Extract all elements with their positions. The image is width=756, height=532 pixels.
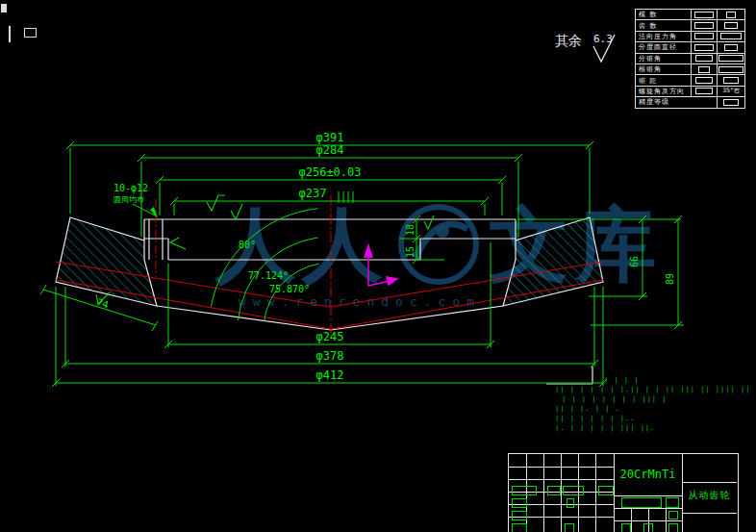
corner-mark (1, 4, 7, 13)
dim-phi237: φ237 (299, 187, 327, 200)
cad-viewport[interactable]: 人人 文库 www.renrendoc.com (0, 0, 756, 532)
param-row-pitch-cone-angle: 分锥角 (636, 54, 744, 64)
param-row-accuracy-grade: 精度等级 (636, 97, 744, 107)
dim-phi412: φ412 (316, 368, 344, 382)
dim-89: 89 (665, 273, 675, 285)
note-line: | | | | | | | | ||| | (562, 395, 668, 403)
roughness-icon (424, 215, 434, 229)
roughness-icon (170, 238, 186, 249)
dim-66: 66 (629, 256, 640, 267)
material-label: 20CrMnTi (614, 468, 682, 481)
note-line: |. | | | | | ||| ||. (555, 424, 655, 432)
leader-arrowhead (150, 207, 158, 218)
gear-parameter-table: 模 数 齿 数 法向压力角 分度圆直径 分锥角 根锥角 (635, 9, 745, 109)
param-row-spiral-angle: 螺旋角及方向 35°右 (636, 87, 744, 97)
ucs-icon (365, 245, 397, 286)
surface-note-label: 其余 (555, 33, 582, 50)
dim-angle-80: 80° (239, 240, 256, 250)
param-row-pitch-diameter: 分度圆直径 (636, 42, 744, 53)
param-row-module: 模 数 (636, 10, 744, 20)
dim-phi391: φ391 (316, 131, 344, 144)
surface-finish-note: 其余 6.3 (555, 33, 624, 63)
roughness-icon (231, 204, 242, 219)
dim-angle-77: 77.124° (248, 270, 289, 281)
dim-74: 74 (95, 296, 110, 310)
roughness-icon (207, 195, 225, 211)
param-row-teeth: 齿 数 (636, 20, 744, 31)
dim-15: 15 (405, 246, 416, 258)
note-line: || | |. | | . (555, 405, 620, 413)
note-line: | | | | (604, 376, 640, 384)
part-name-label: 从动齿轮 (682, 489, 737, 502)
holes-note: 圆周均布 (113, 195, 144, 204)
holes-callout: 10-φ12 (113, 183, 148, 193)
param-row-cone-distance: 锥 距 (636, 75, 744, 86)
dim-phi245: φ245 (316, 330, 344, 343)
note-line: || | | | | | |.|| | | || ||| || |||| || (555, 386, 750, 393)
param-row-pressure-angle: 法向压力角 (636, 32, 744, 42)
gear-rim-sections (56, 217, 603, 306)
roughness-icon (586, 33, 624, 63)
corner-mark (9, 26, 11, 42)
dim-18: 18 (405, 224, 416, 236)
dim-phi378: φ378 (316, 349, 344, 363)
dim-phi256: φ256±0.03 (298, 165, 361, 179)
title-block: 20CrMnTi 从动齿轮 (508, 453, 739, 532)
param-row-root-cone-angle: 根锥角 (636, 64, 744, 75)
dim-phi284: φ284 (316, 143, 344, 157)
dim-angle-75: 75.870° (269, 284, 310, 294)
note-line: || | | | | | |.. (555, 415, 635, 422)
corner-mark (24, 28, 37, 38)
